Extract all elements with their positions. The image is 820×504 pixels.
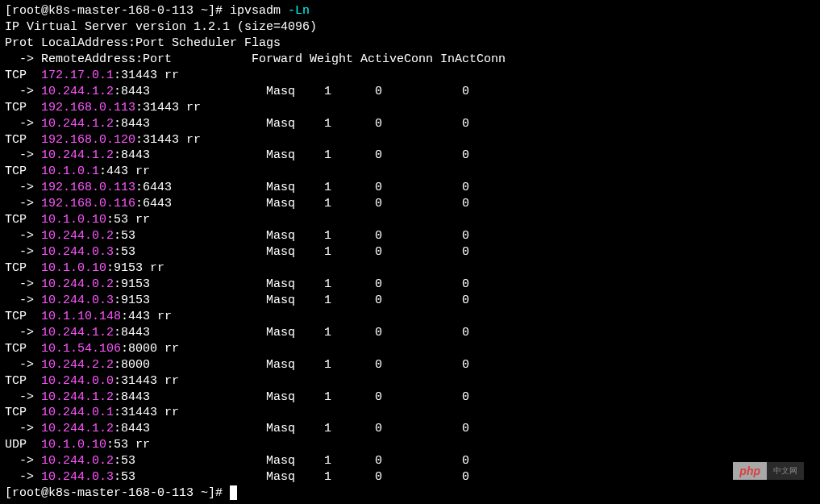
destination-line: -> 192.168.0.113:6443 Masq 1 0 0 [5, 180, 815, 196]
arrow: -> [5, 181, 41, 194]
protocol: TCP [5, 165, 41, 178]
local-port-scheduler: :8000 rr [121, 342, 179, 356]
command-name: ipvsadm [230, 4, 288, 18]
local-ip: 10.244.0.0 [41, 374, 114, 388]
remote-ip: 10.244.2.2 [41, 358, 114, 372]
destination-stats: :8443 Masq 1 0 0 [114, 148, 469, 162]
watermark-cn: 中文网 [767, 462, 804, 480]
arrow: -> [5, 197, 41, 210]
destination-stats: :53 Masq 1 0 0 [114, 229, 469, 243]
remote-ip: 10.244.0.2 [41, 454, 114, 468]
service-line: TCP 10.1.0.1:443 rr [5, 164, 815, 180]
local-ip: 10.1.0.10 [41, 261, 106, 275]
protocol: TCP [5, 261, 41, 275]
service-line: TCP 10.244.0.1:31443 rr [5, 405, 815, 421]
destination-line: -> 10.244.0.3:9153 Masq 1 0 0 [5, 293, 815, 309]
destination-stats: :9153 Masq 1 0 0 [114, 294, 469, 307]
local-port-scheduler: :31443 rr [135, 101, 201, 115]
destination-line: -> 10.244.1.2:8443 Masq 1 0 0 [5, 116, 815, 132]
remote-ip: 10.244.0.2 [41, 229, 114, 243]
arrow: -> [5, 358, 41, 372]
protocol: TCP [5, 406, 41, 419]
protocol: TCP [5, 342, 41, 356]
header-line: Prot LocalAddress:Port Scheduler Flags [5, 35, 815, 52]
remote-ip: 10.244.0.3 [41, 245, 114, 259]
remote-ip: 192.168.0.116 [41, 197, 135, 210]
header-line: -> RemoteAddress:Port Forward Weight Act… [5, 52, 815, 68]
destination-stats: :8443 Masq 1 0 0 [114, 390, 469, 404]
destination-stats: :8000 Masq 1 0 0 [114, 358, 469, 372]
remote-ip: 192.168.0.113 [41, 181, 135, 194]
arrow: -> [5, 294, 41, 307]
terminal-output: [root@k8s-master-168-0-113 ~]# ipvsadm -… [5, 3, 815, 502]
destination-line: -> 10.244.1.2:8443 Masq 1 0 0 [5, 325, 815, 341]
protocol: TCP [5, 310, 41, 323]
protocol: TCP [5, 133, 41, 147]
protocol: UDP [5, 438, 41, 452]
arrow: -> [5, 454, 41, 468]
shell-prompt: [root@k8s-master-168-0-113 ~]# [5, 486, 230, 500]
arrow: -> [5, 470, 41, 484]
destination-line: -> 10.244.2.2:8000 Masq 1 0 0 [5, 357, 815, 373]
service-line: UDP 10.1.0.10:53 rr [5, 437, 815, 453]
local-port-scheduler: :31443 rr [135, 133, 201, 147]
destination-stats: :9153 Masq 1 0 0 [114, 277, 469, 291]
local-ip: 10.244.0.1 [41, 406, 114, 419]
destination-line: -> 10.244.0.3:53 Masq 1 0 0 [5, 469, 815, 485]
service-line: TCP 192.168.0.120:31443 rr [5, 132, 815, 148]
arrow: -> [5, 85, 41, 98]
local-ip: 10.1.10.148 [41, 310, 121, 323]
arrow: -> [5, 422, 41, 435]
destination-stats: :8443 Masq 1 0 0 [114, 422, 469, 435]
remote-ip: 10.244.0.3 [41, 294, 114, 307]
local-port-scheduler: :53 rr [106, 213, 150, 227]
local-port-scheduler: :31443 rr [114, 406, 179, 419]
destination-line: -> 10.244.1.2:8443 Masq 1 0 0 [5, 148, 815, 164]
destination-line: -> 192.168.0.116:6443 Masq 1 0 0 [5, 196, 815, 212]
arrow: -> [5, 277, 41, 291]
remote-ip: 10.244.1.2 [41, 326, 114, 339]
remote-ip: 10.244.1.2 [41, 85, 114, 98]
remote-ip: 10.244.1.2 [41, 390, 114, 404]
arrow: -> [5, 326, 41, 339]
shell-prompt: [root@k8s-master-168-0-113 ~]# [5, 4, 230, 18]
service-line: TCP 192.168.0.113:31443 rr [5, 100, 815, 116]
local-ip: 10.1.0.10 [41, 213, 106, 227]
service-line: TCP 10.1.0.10:53 rr [5, 212, 815, 228]
destination-line: -> 10.244.0.2:53 Masq 1 0 0 [5, 453, 815, 469]
local-ip: 192.168.0.120 [41, 133, 135, 147]
local-port-scheduler: :53 rr [106, 438, 150, 452]
destination-stats: :53 Masq 1 0 0 [114, 454, 469, 468]
destination-line: -> 10.244.1.2:8443 Masq 1 0 0 [5, 389, 815, 406]
arrow: -> [5, 390, 41, 404]
arrow: -> [5, 245, 41, 259]
protocol: TCP [5, 101, 41, 115]
destination-stats: :8443 Masq 1 0 0 [114, 326, 469, 339]
arrow: -> [5, 148, 41, 162]
destination-stats: :53 Masq 1 0 0 [114, 470, 469, 484]
prompt-line[interactable]: [root@k8s-master-168-0-113 ~]# ipvsadm -… [5, 3, 815, 19]
local-ip: 10.1.0.10 [41, 438, 106, 452]
destination-line: -> 10.244.0.2:53 Masq 1 0 0 [5, 228, 815, 244]
prompt-line[interactable]: [root@k8s-master-168-0-113 ~]# [5, 485, 815, 502]
remote-ip: 10.244.1.2 [41, 422, 114, 435]
remote-ip: 10.244.0.2 [41, 277, 114, 291]
local-port-scheduler: :443 rr [99, 165, 150, 178]
protocol: TCP [5, 69, 41, 82]
destination-stats: :8443 Masq 1 0 0 [114, 85, 469, 98]
arrow: -> [5, 229, 41, 243]
local-port-scheduler: :31443 rr [114, 374, 179, 388]
remote-ip: 10.244.1.2 [41, 148, 114, 162]
version-line: IP Virtual Server version 1.2.1 (size=40… [5, 19, 815, 35]
local-port-scheduler: :31443 rr [114, 69, 179, 82]
destination-line: -> 10.244.1.2:8443 Masq 1 0 0 [5, 84, 815, 100]
watermark-logo: php 中文网 [733, 462, 804, 480]
destination-stats: :6443 Masq 1 0 0 [135, 181, 469, 194]
cursor [230, 485, 237, 500]
destination-stats: :6443 Masq 1 0 0 [135, 197, 469, 210]
protocol: TCP [5, 374, 41, 388]
destination-stats: :8443 Masq 1 0 0 [114, 117, 469, 131]
arrow: -> [5, 117, 41, 131]
service-line: TCP 10.244.0.0:31443 rr [5, 373, 815, 389]
destination-line: -> 10.244.0.3:53 Masq 1 0 0 [5, 244, 815, 260]
